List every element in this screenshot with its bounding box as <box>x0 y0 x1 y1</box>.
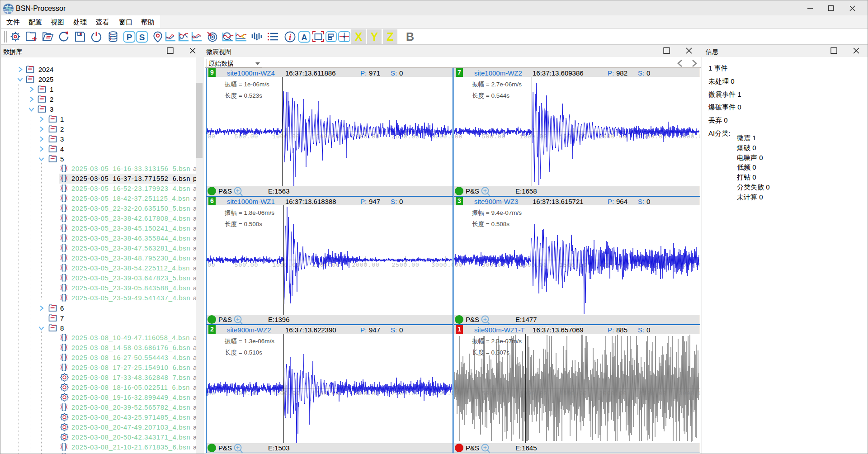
svg-text:3000.00: 3000.00 <box>431 390 453 397</box>
svg-text:A: A <box>302 33 307 42</box>
svg-text:500.00: 500.00 <box>235 262 259 269</box>
svg-text:2000.00: 2000.00 <box>352 262 380 269</box>
svg-text:S: S <box>139 33 145 42</box>
svg-text:P: P <box>127 33 132 42</box>
svg-text:500.00: 500.00 <box>235 133 259 140</box>
svg-text:1500.00: 1500.00 <box>312 390 340 397</box>
svg-text:i: i <box>289 33 291 42</box>
svg-text:3000.00: 3000.00 <box>431 262 453 269</box>
svg-text:00: 00 <box>208 262 216 269</box>
svg-text:2500.00: 2500.00 <box>392 262 420 269</box>
svg-text:00: 00 <box>208 133 216 140</box>
svg-text:500.00: 500.00 <box>482 133 506 140</box>
